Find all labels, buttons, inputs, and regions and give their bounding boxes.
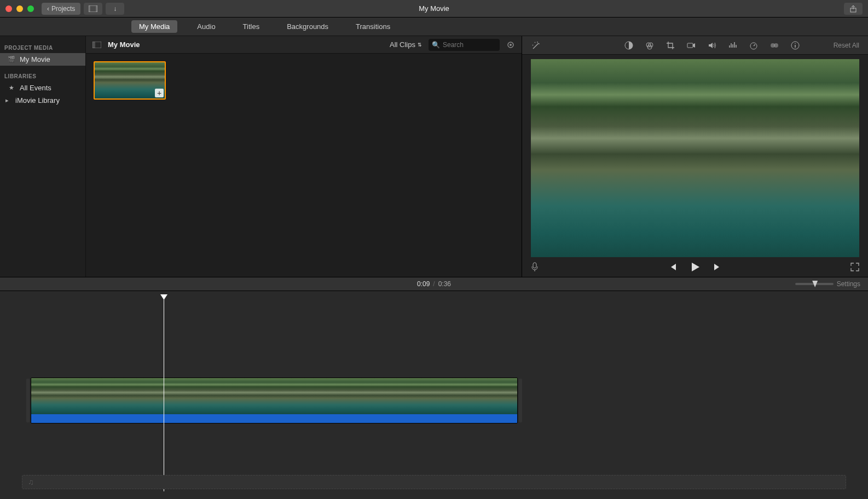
music-note-icon: ♫: [28, 478, 34, 486]
tab-my-media[interactable]: My Media: [131, 20, 177, 33]
background-music-track[interactable]: ♫: [22, 475, 846, 489]
disclosure-triangle-icon: ▸: [3, 97, 11, 104]
svg-rect-12: [687, 43, 693, 48]
media-tabs: My Media Audio Titles Backgrounds Transi…: [0, 18, 868, 36]
skip-forward-icon: [713, 263, 722, 271]
crop-icon[interactable]: [665, 40, 676, 51]
star-icon: ★: [8, 84, 15, 91]
info-icon[interactable]: [790, 40, 801, 51]
svg-rect-1: [89, 5, 90, 12]
sidebar-item-all-events[interactable]: ★ All Events: [0, 82, 85, 94]
download-arrow-icon: ↓: [113, 5, 117, 13]
import-button[interactable]: ↓: [106, 3, 124, 15]
svg-point-7: [510, 44, 512, 46]
stabilization-icon[interactable]: [686, 40, 697, 51]
time-separator: /: [433, 280, 435, 288]
timeline-settings: Settings: [795, 280, 860, 288]
total-duration: 0:36: [438, 280, 451, 288]
clip-trim-handle-left[interactable]: [26, 379, 30, 422]
filter-label: All Clips: [390, 40, 415, 49]
tab-titles[interactable]: Titles: [235, 20, 268, 33]
preview-frame-image: [531, 59, 859, 257]
back-projects-button[interactable]: ‹ Projects: [42, 3, 80, 15]
window-title: My Movie: [419, 4, 449, 13]
filmstrip-icon: [89, 5, 97, 12]
sidebar-item-project[interactable]: 🎬 My Movie: [0, 53, 85, 66]
prev-frame-button[interactable]: [668, 263, 677, 271]
svg-point-15: [774, 43, 778, 48]
reset-all-button[interactable]: Reset All: [834, 42, 859, 49]
browser-title: My Movie: [108, 40, 140, 49]
sidebar: PROJECT MEDIA 🎬 My Movie LIBRARIES ★ All…: [0, 36, 86, 277]
tab-audio[interactable]: Audio: [189, 20, 223, 33]
playback-controls: [522, 257, 868, 277]
close-icon[interactable]: [5, 5, 12, 12]
window-titlebar: ‹ Projects ↓ My Movie: [0, 0, 868, 18]
clip-filter-dropdown[interactable]: All Clips ⇅: [390, 40, 422, 49]
back-label: Projects: [51, 5, 75, 13]
fullscreen-button[interactable]: [850, 263, 859, 271]
speed-icon[interactable]: [748, 40, 759, 51]
timeline-clip[interactable]: [31, 378, 518, 423]
timeline[interactable]: ♫: [0, 291, 868, 499]
sidebar-item-label: iMovie Library: [15, 96, 60, 105]
preview-viewer: Reset All: [522, 36, 868, 277]
svg-rect-2: [96, 5, 97, 12]
timeline-settings-button[interactable]: Settings: [837, 280, 860, 288]
browser-header: My Movie All Clips ⇅ 🔍: [86, 36, 522, 54]
timeline-infobar: 0:09 / 0:36 Settings: [0, 277, 868, 291]
browser-settings-button[interactable]: [506, 40, 515, 49]
preview-canvas[interactable]: [531, 59, 859, 257]
minimize-icon[interactable]: [16, 5, 23, 12]
chevron-updown-icon: ⇅: [418, 42, 422, 48]
clip-audio-track[interactable]: [31, 414, 517, 423]
main-area: PROJECT MEDIA 🎬 My Movie LIBRARIES ★ All…: [0, 36, 868, 277]
search-icon: 🔍: [432, 41, 440, 49]
share-icon: [849, 5, 857, 13]
sidebar-item-label: All Events: [20, 84, 51, 92]
microphone-icon: [531, 262, 539, 272]
color-correction-icon[interactable]: [644, 40, 655, 51]
sidebar-toggle-icon[interactable]: [92, 42, 101, 48]
noise-reduction-icon[interactable]: [727, 40, 738, 51]
sidebar-heading-project: PROJECT MEDIA: [0, 42, 85, 53]
playhead-time: 0:09: [417, 280, 430, 288]
viewer-toolbar: Reset All: [522, 36, 868, 55]
share-button[interactable]: [844, 3, 863, 15]
svg-rect-17: [533, 263, 536, 268]
browser-clips-grid: [86, 54, 522, 277]
sidebar-item-imovie-library[interactable]: ▸ iMovie Library: [0, 94, 85, 107]
tab-transitions[interactable]: Transitions: [348, 20, 398, 33]
playhead[interactable]: [164, 294, 164, 491]
enhance-wand-icon[interactable]: [531, 40, 542, 51]
svg-rect-5: [92, 42, 95, 48]
clip-filmstrip: [31, 378, 517, 414]
fullscreen-icon: [850, 263, 859, 271]
traffic-lights: [5, 5, 34, 12]
clapboard-icon: 🎬: [8, 56, 15, 63]
skip-back-icon: [668, 263, 677, 271]
search-field-wrap: 🔍: [429, 39, 500, 51]
view-mode-button[interactable]: [84, 3, 102, 15]
chevron-left-icon: ‹: [47, 5, 49, 13]
clip-trim-handle-right[interactable]: [519, 379, 522, 422]
sidebar-heading-libraries: LIBRARIES: [0, 70, 85, 82]
video-effects-icon[interactable]: [769, 40, 780, 51]
color-balance-icon[interactable]: [623, 40, 634, 51]
next-frame-button[interactable]: [713, 263, 722, 271]
tab-backgrounds[interactable]: Backgrounds: [279, 20, 336, 33]
timeline-zoom-slider[interactable]: [795, 283, 834, 285]
gear-icon: [506, 40, 515, 49]
volume-icon[interactable]: [707, 40, 717, 51]
media-clip-thumb[interactable]: [94, 61, 166, 100]
clip-thumbnail-image: [95, 62, 165, 98]
voiceover-record-button[interactable]: [531, 262, 539, 272]
zoom-icon[interactable]: [27, 5, 34, 12]
play-icon: [689, 261, 701, 273]
sidebar-item-label: My Movie: [20, 55, 50, 63]
play-button[interactable]: [689, 261, 701, 273]
media-browser: My Movie All Clips ⇅ 🔍: [86, 36, 522, 277]
